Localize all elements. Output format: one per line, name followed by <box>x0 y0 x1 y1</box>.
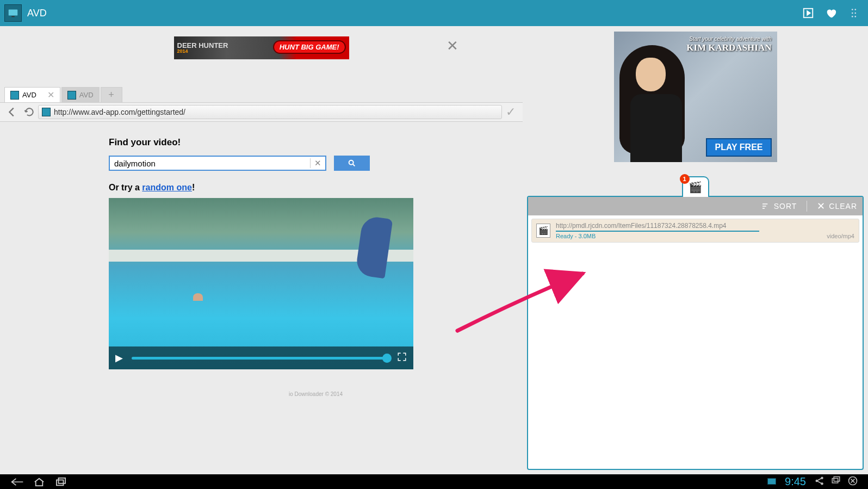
back-button[interactable] <box>3 103 21 121</box>
downloads-panel: SORT ✕ CLEAR 🎬 http://pmdl.rjcdn.com/Ite… <box>527 196 864 470</box>
svg-rect-0 <box>9 10 18 16</box>
downloads-badge: 1 <box>680 174 690 184</box>
downloads-toolbar: SORT ✕ CLEAR <box>528 197 863 215</box>
ad-headline: KIM KARDASHIAN <box>686 42 771 53</box>
tab-close-icon[interactable]: ✕ <box>47 90 54 100</box>
app-logo-icon <box>4 4 22 22</box>
sort-button[interactable]: SORT <box>761 202 797 211</box>
browser-pane: DEER HUNTER2014 HUNT BIG GAME! ✕ AVD ✕ A… <box>0 26 523 474</box>
video-progress-slider[interactable] <box>132 357 387 360</box>
clear-button[interactable]: ✕ CLEAR <box>817 200 857 212</box>
video-scene <box>193 293 203 301</box>
url-favicon-icon <box>42 108 51 116</box>
status-clock: 9:45 <box>785 475 806 488</box>
svg-point-6 <box>854 13 856 14</box>
ad-tagline: Start your celebrity adventure with <box>689 36 771 42</box>
svg-point-3 <box>852 9 853 10</box>
nav-home-icon[interactable] <box>28 475 50 488</box>
tab-favicon-icon <box>67 91 76 100</box>
status-screenshot-icon[interactable] <box>831 476 841 488</box>
video-scene <box>345 212 394 282</box>
clear-search-icon[interactable]: ✕ <box>310 158 325 168</box>
app-titlebar: AVD <box>0 0 868 26</box>
film-icon: 🎬 <box>689 181 702 194</box>
tab-label: AVD <box>79 91 94 99</box>
go-button[interactable]: ✓ <box>502 105 519 119</box>
new-tab-button[interactable]: + <box>101 87 122 102</box>
download-status: Ready - 3.0MB <box>556 233 827 239</box>
web-content: Find your video! ✕ Or try a random one! … <box>0 122 523 474</box>
ad-play-button[interactable]: PLAY FREE <box>706 138 771 157</box>
app-title: AVD <box>27 8 795 19</box>
video-player[interactable]: ▶ <box>109 198 413 369</box>
download-progress <box>556 231 759 232</box>
ad-cta-button[interactable]: HUNT BIG GAME! <box>273 40 346 54</box>
svg-rect-11 <box>59 478 66 483</box>
tab-favicon-icon <box>10 91 19 100</box>
svg-point-7 <box>852 16 853 17</box>
svg-point-8 <box>854 16 856 17</box>
url-text: http://www.avd-app.com/gettingstarted/ <box>54 108 185 116</box>
downloads-pane: Start your celebrity adventure with KIM … <box>523 26 868 474</box>
browser-tab-active[interactable]: AVD ✕ <box>4 87 60 102</box>
svg-rect-1 <box>11 16 15 17</box>
reload-button[interactable] <box>21 103 38 121</box>
video-fullscreen-icon[interactable] <box>397 352 407 364</box>
overflow-menu-icon[interactable] <box>844 3 864 23</box>
browser-tab-inactive[interactable]: AVD <box>61 87 100 102</box>
tab-label: AVD <box>22 91 36 99</box>
file-type-icon: 🎬 <box>536 224 550 238</box>
try-random-text: Or try a random one! <box>109 183 523 193</box>
search-input-wrapper: ✕ <box>109 156 326 171</box>
separator <box>807 201 807 212</box>
url-toolbar: http://www.avd-app.com/gettingstarted/ ✓ <box>0 102 523 122</box>
ad-close-icon[interactable]: ✕ <box>445 38 460 53</box>
nav-recent-icon[interactable] <box>50 475 72 488</box>
svg-rect-16 <box>834 476 840 481</box>
page-heading: Find your video! <box>109 137 523 148</box>
svg-point-5 <box>852 13 853 14</box>
ad-illustration <box>630 94 682 162</box>
url-input[interactable]: http://www.avd-app.com/gettingstarted/ <box>38 105 502 119</box>
search-button[interactable] <box>334 156 370 171</box>
status-monitor-icon[interactable] <box>767 477 776 487</box>
download-url: http://pmdl.rjcdn.com/ItemFiles/11187324… <box>556 222 827 230</box>
video-controls: ▶ <box>109 346 413 369</box>
video-play-icon[interactable]: ▶ <box>115 352 123 364</box>
ad-banner-top[interactable]: DEER HUNTER2014 HUNT BIG GAME! <box>174 36 349 59</box>
downloads-tab[interactable]: 🎬 1 <box>682 176 709 197</box>
tab-strip: AVD ✕ AVD + <box>0 86 523 102</box>
status-share-icon[interactable] <box>815 476 824 488</box>
page-footer: io Downloader © 2014 <box>109 391 523 397</box>
random-link[interactable]: random one <box>142 183 192 192</box>
ad-illustration <box>636 58 666 91</box>
search-input[interactable] <box>110 159 310 168</box>
ad-banner-side[interactable]: Start your celebrity adventure with KIM … <box>614 32 777 162</box>
svg-rect-10 <box>57 480 64 485</box>
play-queue-icon[interactable] <box>798 3 818 23</box>
download-item[interactable]: 🎬 http://pmdl.rjcdn.com/ItemFiles/111873… <box>531 219 859 243</box>
svg-point-9 <box>349 160 354 165</box>
favorite-icon[interactable] <box>821 3 841 23</box>
status-close-icon[interactable] <box>847 475 858 488</box>
svg-point-4 <box>854 9 856 10</box>
android-navbar: 9:45 <box>0 474 868 489</box>
download-mime: video/mp4 <box>827 233 854 239</box>
svg-rect-15 <box>832 478 838 482</box>
nav-back-icon[interactable] <box>7 475 28 488</box>
progress-knob[interactable] <box>382 354 392 363</box>
